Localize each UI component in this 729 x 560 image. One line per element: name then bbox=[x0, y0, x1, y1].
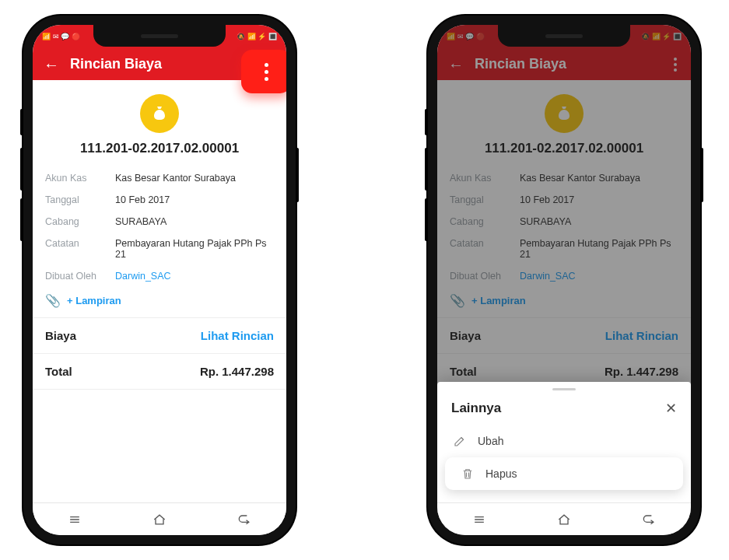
device-notch bbox=[93, 25, 226, 47]
biaya-row: Biaya Lihat Rincian bbox=[33, 318, 286, 354]
attachment-row[interactable]: 📎 + Lampiran bbox=[33, 292, 286, 318]
back-icon[interactable]: ← bbox=[44, 57, 59, 72]
device-notch bbox=[498, 25, 630, 47]
sheet-item-ubah[interactable]: Ubah bbox=[437, 425, 691, 457]
value-tanggal: 10 Feb 2017 bbox=[115, 194, 274, 205]
trash-icon bbox=[461, 467, 475, 481]
label-akun-kas: Akun Kas bbox=[45, 173, 115, 184]
sheet-item-hapus[interactable]: Hapus bbox=[445, 457, 683, 490]
nav-home-icon[interactable] bbox=[556, 512, 572, 527]
nav-back-icon[interactable] bbox=[641, 512, 657, 527]
sheet-item-label: Ubah bbox=[478, 435, 503, 447]
label-catatan: Catatan bbox=[45, 238, 115, 260]
value-cabang: SURABAYA bbox=[115, 216, 274, 227]
nav-recent-icon[interactable] bbox=[471, 512, 487, 527]
system-nav-bar bbox=[437, 502, 691, 535]
label-dibuat: Dibuat Oleh bbox=[45, 271, 115, 282]
total-label: Total bbox=[45, 365, 72, 378]
phone-mockup-1: 📶 ✉ 💬 🔴🔕 📶 ⚡ 🔳 ← Rincian Biaya 111.201-0… bbox=[23, 16, 296, 544]
sheet-item-label: Hapus bbox=[485, 467, 517, 480]
content: 111.201-02.2017.02.00001 Akun KasKas Bes… bbox=[33, 80, 286, 502]
edit-icon bbox=[453, 434, 467, 448]
value-dibuat[interactable]: Darwin_SAC bbox=[115, 271, 274, 282]
svg-rect-2 bbox=[159, 117, 162, 117]
biaya-label: Biaya bbox=[45, 329, 76, 342]
label-tanggal: Tanggal bbox=[45, 194, 115, 205]
sheet-title: Lainnya bbox=[451, 401, 501, 416]
close-icon[interactable]: ✕ bbox=[665, 400, 677, 417]
money-bag-icon bbox=[140, 94, 179, 133]
bottom-sheet: Lainnya ✕ Ubah Hapus bbox=[437, 382, 691, 502]
sheet-drag-handle[interactable] bbox=[552, 388, 576, 390]
value-catatan: Pembayaran Hutang Pajak PPh Ps 21 bbox=[115, 238, 274, 260]
more-menu-button[interactable] bbox=[241, 50, 286, 93]
total-amount: Rp. 1.447.298 bbox=[200, 365, 274, 378]
detail-list: Akun KasKas Besar Kantor Surabaya Tangga… bbox=[33, 163, 286, 292]
paperclip-icon: 📎 bbox=[45, 293, 61, 308]
document-id: 111.201-02.2017.02.00001 bbox=[40, 141, 279, 156]
nav-home-icon[interactable] bbox=[152, 512, 167, 527]
svg-rect-1 bbox=[159, 115, 163, 116]
nav-recent-icon[interactable] bbox=[67, 512, 82, 527]
total-row: Total Rp. 1.447.298 bbox=[33, 354, 286, 390]
phone-mockup-2: 📶 ✉ 💬 🔴🔕 📶 ⚡ 🔳 ← Rincian Biaya 111.201-0… bbox=[428, 16, 700, 544]
attachment-label: + Lampiran bbox=[67, 295, 121, 306]
system-nav-bar bbox=[33, 502, 286, 535]
value-akun-kas: Kas Besar Kantor Surabaya bbox=[115, 173, 274, 184]
label-cabang: Cabang bbox=[45, 216, 115, 227]
nav-back-icon[interactable] bbox=[237, 512, 252, 527]
lihat-rincian-link[interactable]: Lihat Rincian bbox=[201, 329, 274, 342]
svg-rect-0 bbox=[159, 113, 163, 114]
